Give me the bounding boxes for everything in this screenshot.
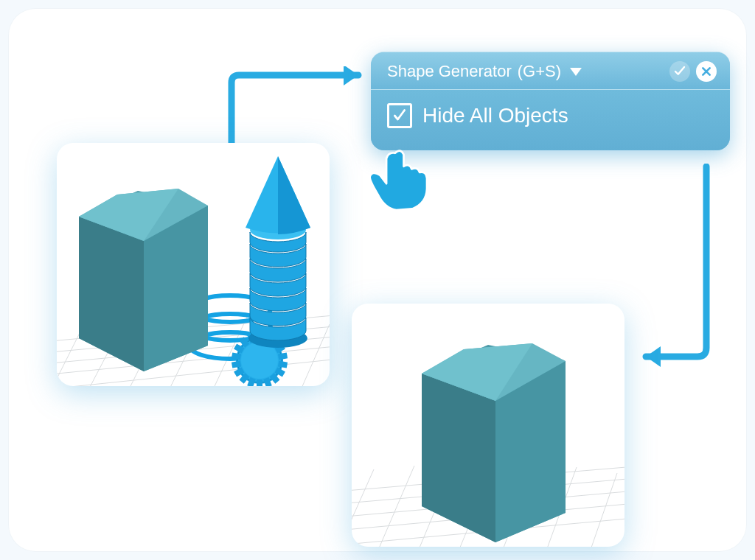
flow-arrow-before-to-panel [218,66,380,155]
viewport-before [57,143,330,386]
close-icon [700,66,712,77]
viewport-after [352,304,624,547]
hexagon-prism [422,343,566,542]
panel-titlebar[interactable]: Shape Generator (G+S) [371,52,730,90]
hexagon-prism [79,189,208,371]
panel-body: Hide All Objects [371,90,730,150]
hide-all-objects-checkbox[interactable] [387,103,412,128]
diagram-canvas: Shape Generator (G+S) [9,9,746,551]
hide-all-objects-row[interactable]: Hide All Objects [387,103,714,128]
screw-shape [246,156,310,348]
panel-title-text: Shape Generator [387,62,512,81]
svg-rect-15 [257,379,262,386]
pointer-cursor-icon [367,145,434,211]
confirm-button[interactable] [669,61,690,82]
checkmark-icon [392,108,407,123]
chevron-down-icon [570,68,582,76]
check-icon [673,65,686,78]
close-button[interactable] [696,61,717,82]
panel-shortcut: (G+S) [518,62,561,81]
shape-generator-panel: Shape Generator (G+S) [371,52,730,150]
flow-arrow-panel-to-after [625,164,728,377]
hide-all-objects-label: Hide All Objects [422,104,568,127]
